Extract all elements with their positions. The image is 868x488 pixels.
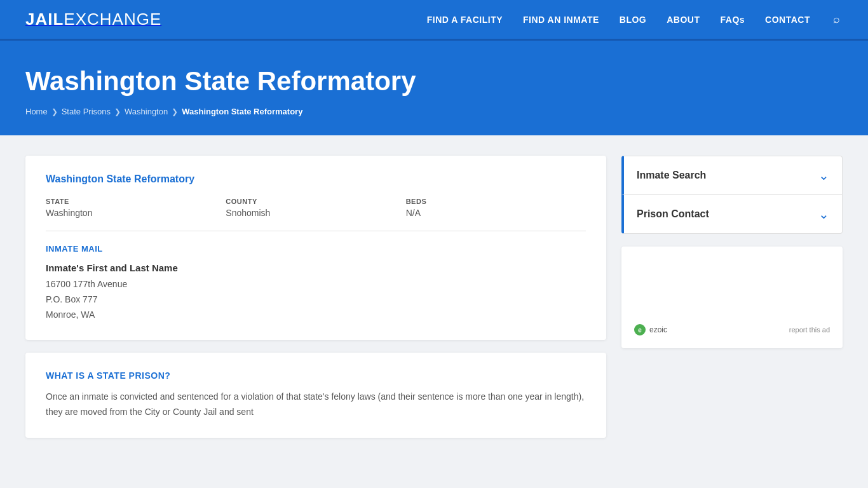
nav-contact[interactable]: CONTACT	[765, 15, 810, 25]
beds-label: BEDS	[406, 198, 586, 205]
county-cell: COUNTY Snohomish	[226, 198, 405, 218]
state-label: STATE	[46, 198, 226, 205]
beds-cell: BEDS N/A	[406, 198, 586, 218]
site-header: JAILEXCHANGE FIND A FACILITY FIND AN INM…	[0, 0, 868, 41]
state-cell: STATE Washington	[46, 198, 226, 218]
nav-blog[interactable]: BLOG	[620, 15, 646, 25]
ad-area: e ezoic report this ad	[621, 247, 843, 348]
county-label: COUNTY	[226, 198, 405, 205]
divider-1	[46, 231, 586, 231]
accordion-inmate-search: Inmate Search ⌄	[621, 156, 843, 195]
address-line-3: Monroe, WA	[46, 308, 586, 323]
beds-value: N/A	[406, 208, 586, 218]
nav-about[interactable]: ABOUT	[667, 15, 700, 25]
breadcrumb: Home ❯ State Prisons ❯ Washington ❯ Wash…	[25, 107, 843, 116]
main-nav: FIND A FACILITY FIND AN INMATE BLOG ABOU…	[427, 10, 843, 29]
breadcrumb-state-prisons[interactable]: State Prisons	[62, 107, 111, 116]
search-button[interactable]: ⌕	[831, 10, 843, 29]
address-line-2: P.O. Box 777	[46, 292, 586, 308]
logo-exchange: EXCHANGE	[64, 10, 161, 29]
inmate-mail-label: INMATE MAIL	[46, 244, 586, 254]
breadcrumb-sep-3: ❯	[172, 107, 178, 116]
hero-banner: Washington State Reformatory Home ❯ Stat…	[0, 41, 868, 135]
left-column: Washington State Reformatory STATE Washi…	[25, 156, 606, 438]
breadcrumb-home[interactable]: Home	[25, 107, 48, 116]
county-value: Snohomish	[226, 208, 405, 218]
accordion-prison-contact-label: Prison Contact	[637, 208, 709, 220]
ezoic-icon: e	[634, 324, 646, 336]
accordion-inmate-search-header[interactable]: Inmate Search ⌄	[624, 156, 842, 194]
site-logo[interactable]: JAILEXCHANGE	[25, 10, 161, 29]
address-line-1: 16700 177th Avenue	[46, 277, 586, 292]
breadcrumb-sep-2: ❯	[114, 107, 121, 116]
ad-footer: e ezoic report this ad	[634, 318, 830, 336]
ezoic-label: ezoic	[649, 325, 667, 334]
breadcrumb-washington[interactable]: Washington	[125, 107, 168, 116]
breadcrumb-sep-1: ❯	[51, 107, 58, 116]
breadcrumb-current: Washington State Reformatory	[182, 107, 302, 116]
what-is-card: WHAT IS A STATE PRISON? Once an inmate i…	[25, 353, 606, 438]
facility-card-title: Washington State Reformatory	[46, 173, 586, 185]
nav-find-inmate[interactable]: FIND AN INMATE	[523, 15, 599, 25]
what-is-text: Once an inmate is convicted and sentence…	[46, 390, 586, 420]
main-content: Washington State Reformatory STATE Washi…	[0, 135, 868, 458]
report-ad-link[interactable]: report this ad	[789, 326, 830, 334]
logo-jail: JAIL	[25, 10, 64, 29]
right-column: Inmate Search ⌄ Prison Contact ⌄ e ezoic…	[621, 156, 843, 438]
accordion-prison-contact: Prison Contact ⌄	[621, 195, 843, 234]
nav-find-facility[interactable]: FIND A FACILITY	[427, 15, 503, 25]
what-is-title: WHAT IS A STATE PRISON?	[46, 370, 586, 381]
chevron-down-icon-2: ⌄	[818, 207, 829, 222]
accordion: Inmate Search ⌄ Prison Contact ⌄	[621, 156, 843, 234]
state-value: Washington	[46, 208, 226, 218]
ezoic-badge: e ezoic	[634, 324, 667, 336]
facility-card: Washington State Reformatory STATE Washi…	[25, 156, 606, 340]
chevron-down-icon: ⌄	[818, 168, 829, 183]
page-title: Washington State Reformatory	[25, 66, 843, 97]
accordion-prison-contact-header[interactable]: Prison Contact ⌄	[624, 195, 842, 233]
nav-faqs[interactable]: FAQs	[721, 15, 745, 25]
facility-info-grid: STATE Washington COUNTY Snohomish BEDS N…	[46, 198, 586, 218]
inmate-name: Inmate's First and Last Name	[46, 262, 586, 273]
accordion-inmate-search-label: Inmate Search	[637, 170, 706, 181]
